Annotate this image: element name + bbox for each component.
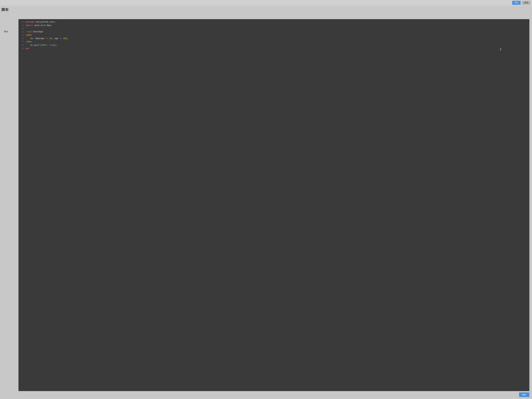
fold-marker[interactable]: ▾ bbox=[25, 31, 26, 33]
line-number: 8 bbox=[20, 44, 24, 47]
code-content: $i: Map(age >= 23, age <= 60); bbox=[25, 37, 68, 40]
line-number: 5 bbox=[20, 34, 24, 37]
line-number: 6 bbox=[20, 37, 24, 40]
code-content: import java.util.Map; bbox=[25, 24, 52, 27]
line-number: 4 bbox=[20, 30, 24, 33]
page-title: 脚本 bbox=[1, 7, 9, 12]
code-content: then bbox=[26, 40, 32, 44]
line-number: 1 bbox=[20, 21, 24, 24]
code-line: 2import java.util.Map; bbox=[19, 24, 529, 27]
code-lines: 1package com.github.test;2import java.ut… bbox=[19, 20, 529, 51]
fold-marker[interactable]: ▾ bbox=[25, 41, 26, 43]
line-number: 3 bbox=[20, 27, 24, 30]
code-editor[interactable]: 1package com.github.test;2import java.ut… bbox=[19, 19, 529, 391]
code-line: 1package com.github.test; bbox=[19, 20, 529, 24]
code-line: 8 $i.put("info", true); bbox=[19, 44, 529, 47]
fold-marker[interactable]: ▾ bbox=[25, 34, 26, 37]
side-label: 脚本 bbox=[4, 30, 8, 33]
query-button[interactable]: 查询 bbox=[512, 1, 521, 5]
code-content: $i.put("info", true); bbox=[25, 44, 57, 47]
code-line: 6 $i: Map(age >= 23, age <= 60); bbox=[19, 37, 529, 40]
code-line: 3 bbox=[19, 27, 529, 30]
line-number: 9 bbox=[20, 47, 24, 50]
reset-button[interactable]: 重置 bbox=[522, 1, 530, 5]
code-line: 4▾ rule CheckAge bbox=[19, 30, 529, 34]
top-bar: 查询 重置 bbox=[0, 0, 532, 6]
line-number: 2 bbox=[20, 24, 24, 27]
code-line: 7▾ then bbox=[19, 40, 529, 44]
confirm-button[interactable]: 确定 bbox=[519, 393, 529, 397]
code-content: rule CheckAge bbox=[26, 30, 43, 34]
code-line: 9end bbox=[19, 47, 529, 51]
code-content: end bbox=[25, 47, 29, 51]
code-content: package com.github.test; bbox=[25, 20, 56, 24]
code-line: 5▾ when bbox=[19, 33, 529, 37]
line-number: 7 bbox=[20, 40, 24, 43]
code-content: when bbox=[26, 33, 32, 37]
